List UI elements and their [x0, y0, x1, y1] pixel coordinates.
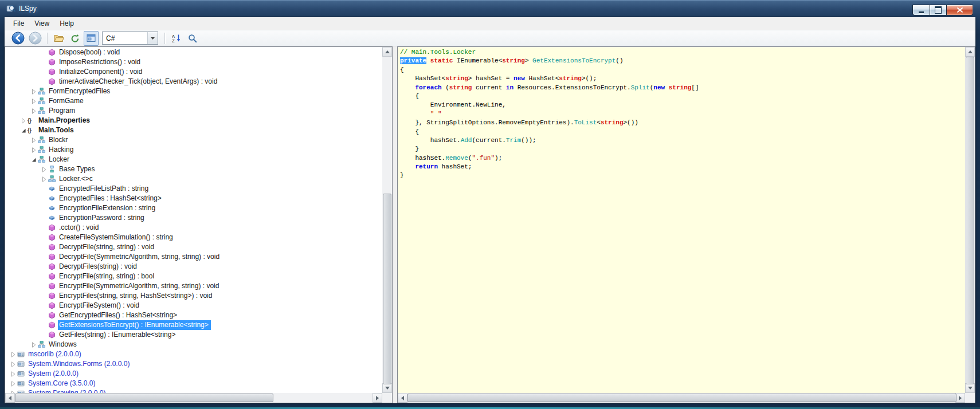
expand-expander-icon[interactable]	[9, 360, 17, 368]
scrollbar-track[interactable]	[407, 393, 955, 403]
tree-item[interactable]: Locker.<>c	[5, 174, 382, 184]
tree-item[interactable]: .cctor() : void	[5, 223, 382, 233]
class-icon	[38, 341, 48, 349]
tree-item[interactable]: Dispose(bool) : void	[5, 48, 382, 57]
tree-item[interactable]: EncryptFile(SymmetricAlgorithm, string, …	[5, 281, 382, 291]
tree-item[interactable]: FormEncryptedFiles	[5, 86, 382, 96]
minimize-button[interactable]	[912, 5, 930, 15]
close-button[interactable]	[947, 5, 973, 15]
code-horizontal-scrollbar[interactable]	[398, 393, 965, 403]
tree-item[interactable]: DecryptFiles(string) : void	[5, 262, 382, 272]
language-select[interactable]: C#	[102, 32, 158, 45]
tree-item[interactable]: DecryptFile(string, string) : void	[5, 242, 382, 252]
tree-item[interactable]: timerActivateChecker_Tick(object, EventA…	[5, 77, 382, 86]
expand-expander-icon[interactable]	[9, 350, 17, 359]
tree-item[interactable]: FormGame	[5, 96, 382, 106]
scrollbar-track[interactable]	[382, 57, 392, 383]
collapse-expander-icon[interactable]	[19, 126, 28, 135]
assembly-tree[interactable]: Dispose(bool) : voidImposeRestrictions()…	[5, 47, 382, 393]
expander-spacer	[40, 253, 48, 261]
expand-expander-icon[interactable]	[9, 369, 17, 378]
open-file-button[interactable]	[52, 31, 66, 46]
refresh-button[interactable]	[68, 31, 83, 46]
scrollbar-thumb[interactable]	[15, 394, 273, 402]
back-button[interactable]	[10, 30, 26, 46]
code-vertical-scrollbar[interactable]	[965, 47, 975, 393]
scroll-left-button[interactable]	[398, 393, 407, 403]
main-content: Dispose(bool) : voidImposeRestrictions()…	[5, 46, 975, 403]
tree-item[interactable]: Blockr	[5, 135, 382, 145]
expand-expander-icon[interactable]	[29, 340, 38, 349]
decompiled-code-view[interactable]: // Main.Tools.Lockerprivate static IEnum…	[398, 47, 965, 393]
tree-item[interactable]: EncryptFiles(string, string, HashSet<str…	[5, 291, 382, 301]
expander-spacer	[40, 233, 48, 242]
scrollbar-thumb[interactable]	[407, 394, 957, 402]
sort-assemblies-button[interactable]: AZ	[169, 31, 184, 46]
tree-item[interactable]: GetEncryptedFiles() : HashSet<string>	[5, 310, 382, 320]
search-button[interactable]	[185, 31, 200, 46]
tree-item[interactable]: System.Windows.Forms (2.0.0.0)	[5, 359, 382, 369]
scroll-left-button[interactable]	[5, 393, 15, 403]
scrollbar-thumb[interactable]	[383, 194, 391, 384]
expand-expander-icon[interactable]	[29, 97, 38, 105]
scroll-right-button[interactable]	[373, 393, 382, 403]
tree-item[interactable]: InitializeComponent() : void	[5, 67, 382, 77]
tree-item[interactable]: DecryptFile(SymmetricAlgorithm, string, …	[5, 252, 382, 262]
tree-item-selected[interactable]: GetExtensionsToEncrypt() : IEnumerable<s…	[5, 320, 382, 330]
tree-item[interactable]: Program	[5, 106, 382, 116]
tree-item[interactable]: EncryptedFiles : HashSet<string>	[5, 194, 382, 203]
tree-item[interactable]: EncryptFileSystem() : void	[5, 301, 382, 310]
tree-item-label: System.Windows.Forms (2.0.0.0)	[27, 359, 132, 369]
scroll-up-button[interactable]	[382, 47, 392, 57]
tree-item[interactable]: Base Types	[5, 164, 382, 174]
tree-vertical-scrollbar[interactable]	[382, 47, 392, 393]
scroll-right-button[interactable]	[955, 393, 965, 403]
tree-item[interactable]: System.Core (3.5.0.0)	[5, 379, 382, 388]
expand-expander-icon[interactable]	[29, 145, 38, 154]
menu-file[interactable]: File	[8, 18, 29, 29]
method-icon	[48, 224, 58, 232]
scroll-down-button[interactable]	[965, 383, 975, 393]
collapse-expander-icon[interactable]	[29, 155, 38, 164]
expand-expander-icon[interactable]	[40, 165, 48, 174]
expand-expander-icon[interactable]	[9, 379, 17, 388]
expand-expander-icon[interactable]	[40, 175, 48, 183]
tree-item[interactable]: EncryptionPassword : string	[5, 213, 382, 223]
scrollbar-thumb[interactable]	[966, 57, 974, 384]
scrollbar-track[interactable]	[965, 57, 975, 383]
expand-expander-icon[interactable]	[29, 87, 38, 96]
tree-item[interactable]: System (2.0.0.0)	[5, 369, 382, 379]
class-icon	[38, 156, 48, 164]
expand-expander-icon[interactable]	[19, 116, 28, 125]
scroll-down-button[interactable]	[382, 383, 392, 393]
show-internal-types-toggle[interactable]	[84, 31, 99, 46]
tree-item[interactable]: GetFiles(string) : IEnumerable<string>	[5, 330, 382, 340]
scrollbar-corner	[965, 393, 975, 403]
tree-item[interactable]: CreateFileSystemSimulation() : string	[5, 233, 382, 242]
tree-horizontal-scrollbar[interactable]	[5, 393, 382, 403]
tree-item[interactable]: EncryptFile(string, string) : bool	[5, 272, 382, 281]
panel-splitter[interactable]	[393, 46, 397, 403]
scrollbar-track[interactable]	[15, 393, 373, 403]
tree-item[interactable]: EncryptedFileListPath : string	[5, 184, 382, 194]
expander-spacer	[40, 262, 48, 271]
method-icon	[48, 302, 58, 310]
tree-item[interactable]: ImposeRestrictions() : void	[5, 57, 382, 67]
expand-expander-icon[interactable]	[29, 136, 38, 144]
window-controls	[912, 5, 973, 15]
expand-expander-icon[interactable]	[29, 107, 38, 115]
menu-view[interactable]: View	[29, 18, 54, 29]
maximize-button[interactable]	[930, 5, 947, 15]
tree-item[interactable]: Locker	[5, 155, 382, 164]
tree-item[interactable]: System.Drawing (2.0.0.0)	[5, 388, 382, 393]
tree-item[interactable]: mscorlib (2.0.0.0)	[5, 349, 382, 359]
tree-item[interactable]: Windows	[5, 340, 382, 349]
forward-button[interactable]	[27, 30, 43, 46]
tree-item[interactable]: {}Main.Tools	[5, 125, 382, 135]
expand-expander-icon[interactable]	[9, 389, 17, 393]
tree-item[interactable]: EncryptionFileExtension : string	[5, 203, 382, 213]
tree-item[interactable]: Hacking	[5, 145, 382, 155]
tree-item[interactable]: {}Main.Properties	[5, 116, 382, 125]
menu-help[interactable]: Help	[54, 18, 79, 29]
scroll-up-button[interactable]	[965, 47, 975, 57]
